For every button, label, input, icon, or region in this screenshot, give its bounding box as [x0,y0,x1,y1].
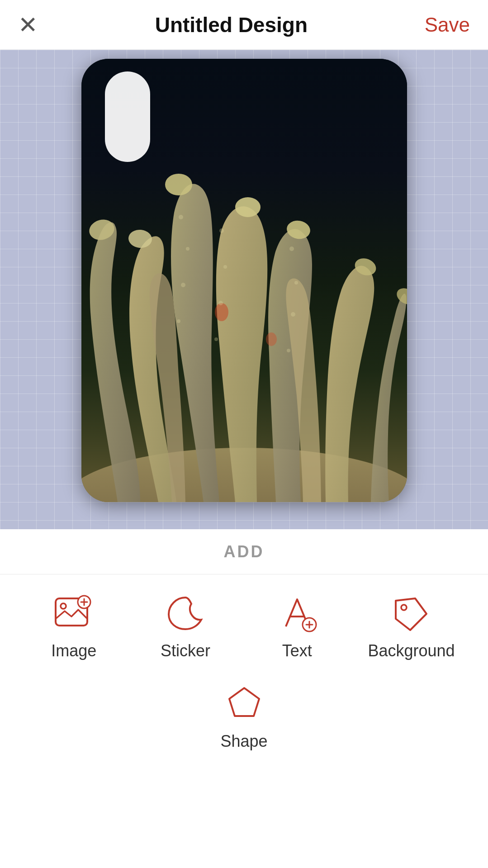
svg-point-12 [186,247,190,251]
phone-mockup[interactable] [81,59,407,502]
canvas-area[interactable] [0,50,488,529]
svg-point-24 [61,603,66,609]
svg-point-16 [223,265,227,269]
toolbar-item-shape[interactable]: Shape [204,683,285,751]
svg-point-31 [401,605,407,610]
image-label: Image [51,641,96,660]
toolbar-item-image[interactable]: Image [33,593,114,660]
toolbar-bottom-row: Shape [0,660,488,751]
svg-point-10 [266,332,277,346]
svg-point-20 [294,281,298,285]
sticker-icon [163,593,208,633]
toolbar-item-text[interactable]: Text [256,593,338,660]
toolbar: Image Sticker [0,574,488,868]
add-bar: ADD [0,529,488,574]
svg-point-13 [181,283,185,287]
svg-point-9 [215,303,228,321]
background-label: Background [368,641,455,660]
svg-point-11 [179,215,183,219]
svg-point-14 [177,319,180,323]
svg-point-21 [291,312,295,317]
svg-point-19 [289,247,294,251]
svg-point-17 [218,301,223,305]
save-button[interactable]: Save [425,14,470,36]
page-title: Untitled Design [155,13,308,37]
toolbar-main-row: Image Sticker [0,574,488,660]
svg-point-15 [219,228,224,233]
svg-point-4 [165,174,192,195]
svg-point-5 [235,197,261,217]
camera-notch [105,71,150,162]
image-icon [51,593,96,633]
background-icon [389,593,434,633]
canvas-image [81,59,407,502]
close-button[interactable]: ✕ [18,13,38,37]
add-label: ADD [224,542,265,561]
toolbar-item-background[interactable]: Background [368,593,455,660]
header: ✕ Untitled Design Save [0,0,488,50]
text-label: Text [282,641,312,660]
svg-point-18 [214,337,218,341]
text-icon [275,593,320,633]
sticker-label: Sticker [161,641,210,660]
toolbar-item-sticker[interactable]: Sticker [145,593,226,660]
shape-icon [222,683,267,724]
shape-label: Shape [220,732,267,751]
svg-point-22 [287,349,290,352]
